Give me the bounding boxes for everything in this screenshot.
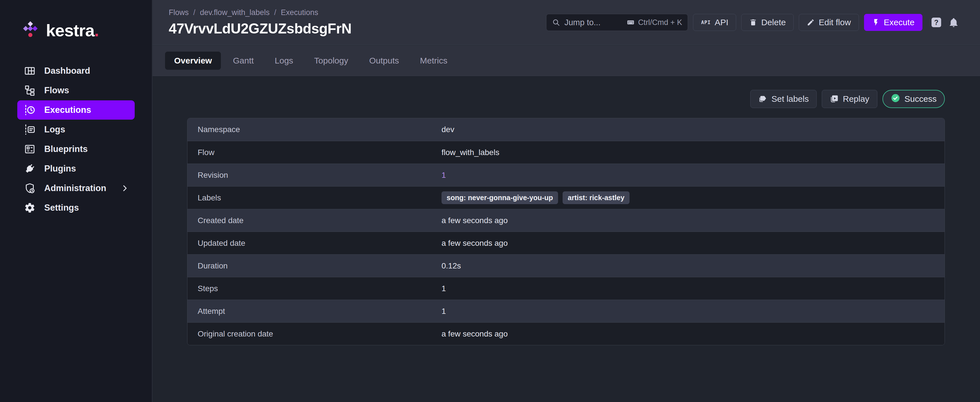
delete-button-label: Delete	[761, 17, 786, 27]
table-row: Labelssong: never-gonna-give-you-upartis…	[188, 186, 945, 209]
replay-button[interactable]: Replay	[822, 90, 877, 108]
replay-icon	[830, 94, 839, 103]
crumb-block: Flows / dev.flow_with_labels / Execution…	[169, 8, 352, 37]
settings-icon	[24, 202, 36, 214]
breadcrumb-separator: /	[193, 8, 196, 17]
status-badge[interactable]: Success	[883, 90, 945, 108]
table-value-cell: 1	[442, 171, 446, 180]
brand-dot: .	[94, 21, 99, 40]
kestra-logo-icon	[22, 21, 38, 40]
table-label: Flow	[188, 148, 442, 157]
sidebar-item-administration[interactable]: Administration	[17, 179, 135, 198]
table-value-cell: dev	[442, 125, 454, 134]
table-value-cell: a few seconds ago	[442, 329, 508, 338]
search-icon	[552, 18, 560, 26]
breadcrumb-item-executions[interactable]: Executions	[281, 8, 318, 17]
execute-button-label: Execute	[884, 17, 915, 27]
breadcrumb-item-flow[interactable]: dev.flow_with_labels	[200, 8, 270, 17]
flash-icon	[872, 18, 880, 26]
revision-link[interactable]: 1	[442, 171, 446, 180]
action-row: Set labels Replay Success	[187, 90, 945, 108]
table-value: 0.12s	[442, 261, 461, 270]
chevron-right-icon	[121, 184, 129, 192]
sidebar-item-label: Administration	[44, 183, 107, 193]
api-button-label: API	[714, 17, 728, 27]
table-label: Duration	[188, 261, 442, 270]
table-row: Duration0.12s	[188, 254, 945, 277]
tab-overview[interactable]: Overview	[165, 52, 221, 70]
sidebar-item-logs[interactable]: Logs	[17, 120, 135, 139]
sidebar-item-label: Logs	[44, 124, 65, 135]
tab-outputs[interactable]: Outputs	[360, 52, 408, 70]
table-value: 1	[442, 307, 446, 316]
table-row: Revision1	[188, 164, 945, 186]
table-label: Created date	[188, 216, 442, 225]
sidebar-item-executions[interactable]: Executions	[17, 100, 135, 120]
sidebar-item-label: Plugins	[44, 164, 76, 174]
brand-name: kestra.	[46, 21, 99, 40]
help-icon[interactable]: ?	[932, 17, 941, 27]
blueprints-icon	[24, 143, 36, 155]
dashboard-icon	[24, 65, 36, 77]
table-row: Original creation datea few seconds ago	[188, 323, 945, 345]
table-row: Created datea few seconds ago	[188, 209, 945, 232]
jump-to-search[interactable]: Jump to... Ctrl/Cmd + K	[546, 14, 688, 31]
table-value-cell: a few seconds ago	[442, 239, 508, 248]
table-value: 1	[442, 284, 446, 293]
breadcrumb-item-flows[interactable]: Flows	[169, 8, 189, 17]
table-row: Steps1	[188, 277, 945, 300]
sidebar-menu: DashboardFlowsExecutionsLogsBlueprintsPl…	[0, 61, 152, 218]
main-content: Set labels Replay Success NamespacedevFl…	[153, 76, 980, 402]
breadcrumb-separator: /	[274, 8, 277, 17]
table-label: Original creation date	[188, 329, 442, 338]
execute-button[interactable]: Execute	[864, 14, 923, 31]
label-chip: song: never-gonna-give-you-up	[442, 191, 558, 204]
bell-icon[interactable]	[948, 17, 959, 27]
replay-button-label: Replay	[843, 94, 869, 104]
set-labels-button[interactable]: Set labels	[750, 90, 817, 108]
edit-flow-button[interactable]: Edit flow	[799, 14, 859, 31]
sidebar-item-settings[interactable]: Settings	[17, 198, 135, 218]
administration-icon	[24, 182, 36, 194]
table-value-cell: 0.12s	[442, 261, 461, 270]
tab-logs[interactable]: Logs	[266, 52, 302, 70]
label-chip: artist: rick-astley	[563, 191, 630, 204]
check-circle-icon	[891, 93, 900, 105]
sidebar-item-blueprints[interactable]: Blueprints	[17, 140, 135, 159]
api-icon: API	[701, 19, 711, 25]
table-value-cell: a few seconds ago	[442, 216, 508, 225]
execution-tabbar: OverviewGanttLogsTopologyOutputsMetrics	[153, 45, 980, 76]
table-value: a few seconds ago	[442, 329, 508, 338]
sidebar-item-flows[interactable]: Flows	[17, 81, 135, 100]
api-button[interactable]: API API	[693, 14, 736, 31]
topbar-actions: Jump to... Ctrl/Cmd + K API API Delete E…	[546, 14, 959, 31]
status-badge-label: Success	[905, 94, 937, 104]
table-value: dev	[442, 125, 454, 134]
table-value: a few seconds ago	[442, 216, 508, 225]
executions-icon	[24, 104, 36, 116]
sidebar-item-label: Executions	[44, 105, 91, 115]
table-label: Revision	[188, 171, 442, 180]
table-label: Steps	[188, 284, 442, 293]
plugins-icon	[24, 163, 36, 175]
sidebar-item-plugins[interactable]: Plugins	[17, 159, 135, 178]
table-row: Updated datea few seconds ago	[188, 232, 945, 254]
search-shortcut-label: Ctrl/Cmd + K	[638, 18, 682, 27]
edit-flow-button-label: Edit flow	[819, 17, 851, 27]
tab-metrics[interactable]: Metrics	[411, 52, 457, 70]
table-value: flow_with_labels	[442, 148, 500, 157]
table-label: Namespace	[188, 125, 442, 134]
tab-gantt[interactable]: Gantt	[224, 52, 262, 70]
delete-button[interactable]: Delete	[741, 14, 794, 31]
sidebar-item-dashboard[interactable]: Dashboard	[17, 61, 135, 81]
table-value-cell: 1	[442, 284, 446, 293]
sidebar-item-label: Flows	[44, 85, 69, 95]
tab-topology[interactable]: Topology	[305, 52, 357, 70]
sidebar-item-label: Dashboard	[44, 66, 90, 76]
table-row: Namespacedev	[188, 118, 945, 141]
sidebar-item-label: Settings	[44, 203, 79, 213]
set-labels-button-label: Set labels	[771, 94, 809, 104]
kestra-logo[interactable]: kestra.	[22, 21, 152, 40]
table-value-cell: 1	[442, 307, 446, 316]
search-shortcut: Ctrl/Cmd + K	[627, 18, 682, 27]
